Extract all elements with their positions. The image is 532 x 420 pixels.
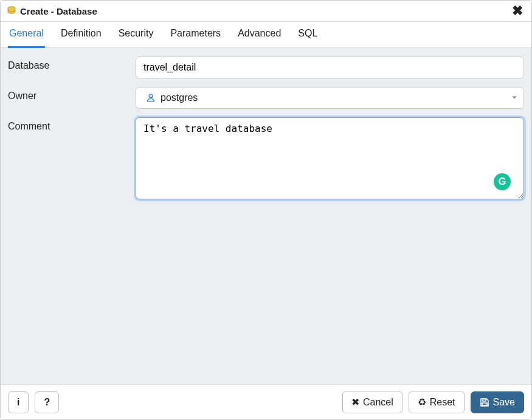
tab-general[interactable]: General [8,22,45,48]
cancel-button[interactable]: ✖ Cancel [342,391,402,413]
tab-sql[interactable]: SQL [297,22,319,48]
label-owner: Owner [8,87,136,102]
info-button[interactable]: i [8,391,29,413]
dialog-footer: i ? ✖ Cancel ♻ Reset Save [1,384,531,419]
comment-textarea[interactable] [136,117,524,199]
label-comment: Comment [8,117,136,132]
svg-point-1 [149,94,153,98]
row-owner: Owner postgres [8,87,524,109]
database-input[interactable] [136,57,524,78]
dialog-title: Create - Database [20,6,510,16]
recycle-icon: ♻ [418,396,426,408]
cancel-label: Cancel [363,397,393,408]
tab-definition[interactable]: Definition [60,22,103,48]
row-comment: Comment G [8,117,524,201]
row-database: Database [8,57,524,78]
close-icon[interactable]: ✖ [510,4,525,18]
tab-advanced[interactable]: Advanced [237,22,282,48]
save-icon [480,398,489,407]
svg-rect-3 [483,399,486,401]
svg-rect-2 [482,403,487,405]
save-label: Save [493,397,515,408]
form-body: Database Owner postgres [1,48,531,384]
save-button[interactable]: Save [471,391,524,413]
info-icon: i [17,397,19,408]
dialog-header: Create - Database ✖ [1,1,531,22]
reset-button[interactable]: ♻ Reset [409,391,465,413]
reset-label: Reset [430,397,455,408]
tab-parameters[interactable]: Parameters [169,22,222,48]
database-icon [7,6,16,16]
tabs: General Definition Security Parameters A… [1,22,531,48]
owner-select[interactable]: postgres [136,87,524,109]
close-icon: ✖ [351,396,359,408]
grammarly-icon: G [494,173,511,190]
help-button[interactable]: ? [35,391,59,413]
label-database: Database [8,57,136,71]
owner-value: postgres [161,92,198,103]
user-role-icon [146,93,156,103]
tab-security[interactable]: Security [117,22,155,48]
help-icon: ? [44,397,50,408]
